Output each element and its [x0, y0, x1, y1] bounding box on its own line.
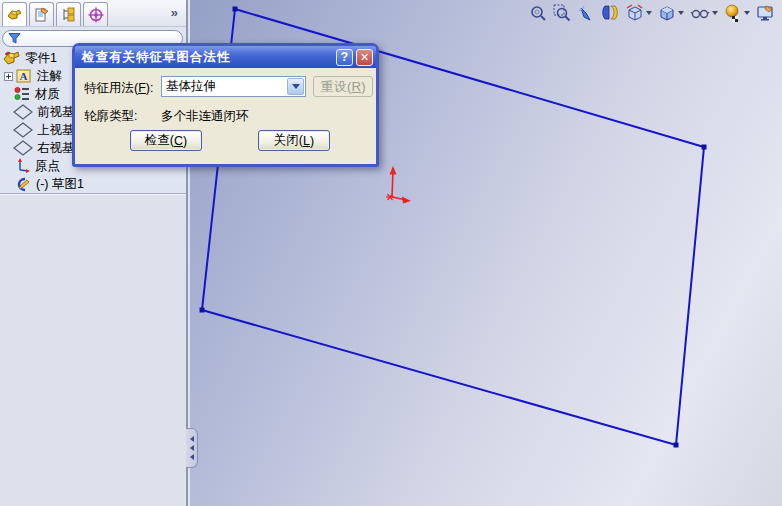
tree-item-label: 注解 — [37, 68, 62, 85]
propertymanager-icon — [33, 6, 51, 24]
section-view-icon — [601, 4, 619, 22]
zoom-fit-button[interactable] — [528, 3, 548, 23]
tree-item-sketch1[interactable]: (-) 草图1 — [0, 175, 186, 193]
panel-lower-pane — [0, 196, 186, 506]
dialog-titlebar[interactable]: 检查有关特征草图合法性 ? ✕ — [75, 46, 376, 68]
apply-scene-button[interactable] — [755, 3, 776, 23]
plane-icon — [13, 104, 33, 120]
sketch-icon — [13, 176, 32, 193]
feature-usage-label: 特征用法(F): — [84, 80, 153, 97]
tree-item-label: 右视基 — [37, 140, 75, 157]
tab-featuremanager[interactable] — [2, 2, 27, 26]
panel-tab-strip: » — [0, 0, 186, 27]
reset-button[interactable]: 重设(R) — [313, 76, 373, 97]
dropdown-caret-icon[interactable] — [744, 11, 750, 15]
collapse-arrow-icon — [190, 445, 194, 451]
tab-dimxpertmanager[interactable] — [83, 2, 108, 26]
apply-scene-icon — [756, 4, 775, 22]
panel-overflow-chevron[interactable]: » — [171, 5, 177, 20]
appearances-button[interactable] — [723, 3, 751, 23]
dialog-title: 检查有关特征草图合法性 — [82, 49, 333, 66]
annotations-icon: A — [15, 68, 33, 84]
zoom-area-icon — [553, 4, 571, 22]
contour-type-value: 多个非连通闭环 — [161, 108, 249, 125]
origin-icon — [15, 158, 31, 174]
section-view-button[interactable] — [600, 3, 620, 23]
close-button[interactable]: 关闭(L) — [258, 130, 330, 151]
view-toolbar — [528, 1, 776, 25]
view-orientation-icon — [625, 4, 644, 22]
display-style-icon — [658, 4, 676, 22]
view-orientation-button[interactable] — [624, 3, 653, 23]
part-icon — [2, 50, 21, 67]
material-icon — [13, 86, 31, 102]
panel-collapse-handle[interactable] — [186, 428, 198, 468]
tree-item-label: 原点 — [35, 158, 60, 175]
dimxpertmanager-icon — [87, 6, 105, 24]
svg-text:A: A — [20, 70, 28, 82]
appearances-icon — [724, 4, 742, 22]
tab-configurationmanager[interactable] — [56, 2, 81, 26]
featuremanager-icon — [6, 6, 24, 24]
feature-usage-dropdown[interactable]: 基体拉伸 — [161, 76, 306, 97]
contour-type-label: 轮廓类型: — [84, 108, 137, 125]
origin-marker — [386, 166, 411, 204]
dialog-help-button[interactable]: ? — [336, 49, 353, 66]
dialog-close-icon[interactable]: ✕ — [356, 49, 373, 66]
feature-usage-value: 基体拉伸 — [162, 78, 286, 95]
plane-icon — [13, 140, 33, 156]
zoom-fit-icon — [529, 4, 547, 22]
tab-propertymanager[interactable] — [29, 2, 54, 26]
chevron-down-icon[interactable] — [287, 78, 304, 95]
hide-show-items-button[interactable] — [689, 3, 719, 23]
dropdown-caret-icon[interactable] — [678, 11, 684, 15]
dropdown-caret-icon[interactable] — [646, 11, 652, 15]
plane-icon — [13, 122, 33, 138]
collapse-arrow-icon — [190, 454, 194, 460]
panel-split-divider[interactable] — [0, 193, 186, 195]
tree-item-label: 上视基 — [37, 122, 75, 139]
tree-item-label: 材质 — [35, 86, 60, 103]
solidworks-window: » 零件1 A 注解 — [0, 0, 782, 506]
configurationmanager-icon — [60, 6, 78, 24]
filter-funnel-icon — [8, 32, 21, 45]
check-button[interactable]: 检查(C) — [130, 130, 202, 151]
collapse-arrow-icon — [190, 436, 194, 442]
tree-item-label: 前视基 — [37, 104, 75, 121]
check-sketch-dialog: 检查有关特征草图合法性 ? ✕ 特征用法(F): 基体拉伸 重设(R) 轮廓类型… — [72, 43, 379, 167]
zoom-in-out-button[interactable] — [576, 3, 596, 23]
tree-item-label: (-) 草图1 — [36, 176, 84, 193]
hide-show-items-icon — [690, 4, 710, 22]
expand-plus-icon[interactable] — [4, 72, 13, 81]
zoom-in-out-icon — [577, 4, 595, 22]
dialog-body: 特征用法(F): 基体拉伸 重设(R) 轮廓类型: 多个非连通闭环 检查(C) … — [75, 68, 376, 164]
dropdown-caret-icon[interactable] — [712, 11, 718, 15]
display-style-button[interactable] — [657, 3, 685, 23]
tree-root-label: 零件1 — [25, 50, 57, 67]
zoom-area-button[interactable] — [552, 3, 572, 23]
